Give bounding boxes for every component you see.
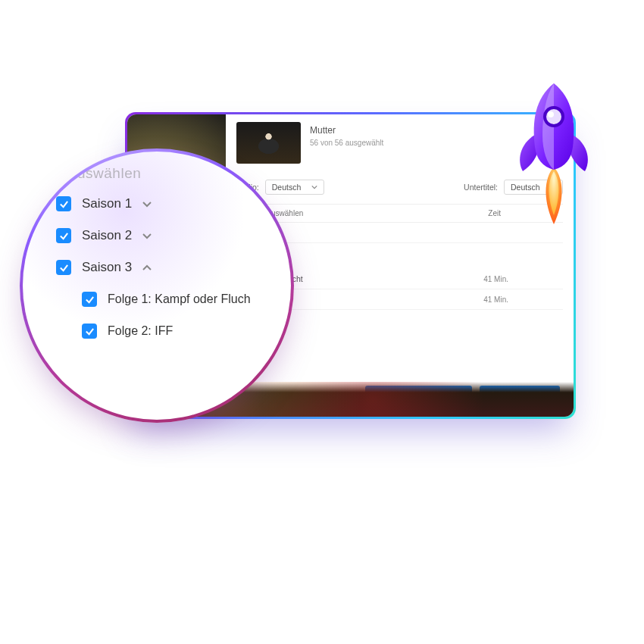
title-row: Mutter 56 von 56 ausgewählt bbox=[236, 122, 563, 169]
chevron-down-icon bbox=[141, 230, 153, 242]
season-checkbox[interactable] bbox=[56, 260, 71, 275]
episode-checkbox[interactable] bbox=[82, 324, 97, 339]
audio-select[interactable]: Deutsch bbox=[265, 180, 324, 195]
chevron-down-icon bbox=[141, 198, 153, 210]
episode-label: Folge 1: Kampf oder Fluch bbox=[108, 292, 251, 306]
magnifier: uswählen Saison 1 Saison 2 bbox=[20, 148, 294, 423]
chevron-down-icon bbox=[311, 183, 317, 192]
season-row[interactable]: Saison 1 bbox=[56, 188, 291, 220]
selection-count: 56 von 56 ausgewählt bbox=[310, 139, 383, 147]
title-thumbnail bbox=[236, 122, 301, 164]
season-row[interactable]: Saison 3 bbox=[56, 252, 291, 283]
episode-duration: 41 Min. bbox=[483, 295, 561, 304]
title-text: Mutter 56 von 56 ausgewählt bbox=[310, 122, 383, 147]
audio-value: Deutsch bbox=[272, 183, 302, 192]
series-title: Mutter bbox=[310, 125, 383, 136]
chevron-up-icon bbox=[141, 261, 153, 274]
season-checkbox[interactable] bbox=[56, 196, 71, 211]
season-label: Saison 2 bbox=[82, 228, 132, 243]
season-label: Saison 1 bbox=[82, 196, 132, 211]
episode-label: Folge 2: IFF bbox=[108, 324, 173, 338]
episode-row[interactable]: Folge 2: IFF bbox=[56, 315, 291, 347]
time-header: Zeit bbox=[488, 209, 561, 217]
subtitle-value: Deutsch bbox=[511, 183, 540, 192]
season-label: Saison 3 bbox=[82, 260, 132, 275]
season-checkbox[interactable] bbox=[56, 228, 71, 243]
season-row[interactable]: Saison 2 bbox=[56, 220, 291, 252]
options-row: Audio: Deutsch Untertitel: Deutsch bbox=[236, 180, 563, 195]
episode-row[interactable]: Folge 1: Kampf oder Fluch bbox=[56, 283, 291, 315]
subtitle-label: Untertitel: bbox=[464, 183, 498, 192]
magnifier-content: uswählen Saison 1 Saison 2 bbox=[23, 152, 291, 420]
episode-duration: 41 Min. bbox=[483, 275, 561, 283]
episode-checkbox[interactable] bbox=[82, 292, 97, 307]
subtitle-select[interactable]: Deutsch bbox=[504, 180, 563, 195]
table-header: Alle auswählen Zeit bbox=[236, 204, 563, 223]
